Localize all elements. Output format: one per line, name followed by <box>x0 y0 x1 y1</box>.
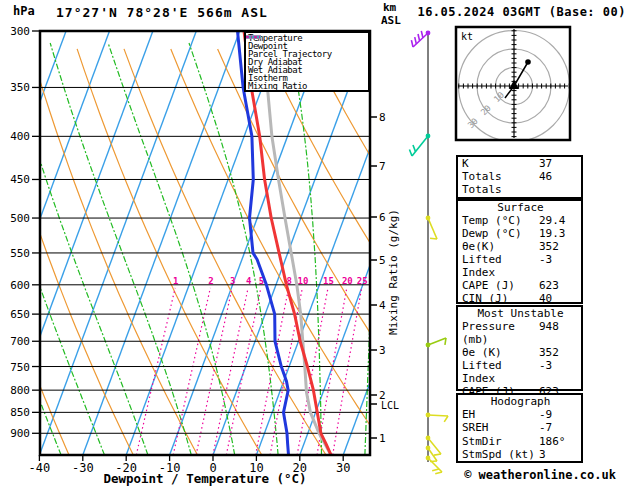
stats-section: HodographEH-9SREH-7StmDir186°StmSpd (kt)… <box>456 393 583 463</box>
stat-row: CAPE (J)623 <box>462 279 579 292</box>
stat-row: CIN (J)40 <box>462 292 579 305</box>
stat-value: 37 <box>539 157 579 170</box>
svg-text:-40: -40 <box>29 461 51 475</box>
stat-row: StmDir186° <box>462 435 579 448</box>
wind-barb <box>426 456 442 474</box>
legend-line-swatch <box>246 33 261 41</box>
stat-value: -7 <box>539 421 579 434</box>
hodograph-unit-label: kt <box>461 31 473 42</box>
svg-text:4: 4 <box>246 276 252 286</box>
stats-section-title: Surface <box>462 201 579 214</box>
mixing-ratio-lines <box>136 288 361 455</box>
hodograph-plot: 102030kt <box>456 27 570 142</box>
svg-text:500: 500 <box>10 212 30 225</box>
stat-label: StmSpd (kt) <box>462 448 539 461</box>
stat-label: CIN (J) <box>462 292 539 305</box>
svg-text:900: 900 <box>10 427 30 440</box>
stat-value: 29.4 <box>539 214 579 227</box>
wind-barb-column <box>409 31 448 474</box>
series-dewpoint <box>238 31 289 455</box>
stat-label: K <box>462 157 539 170</box>
stat-value: 19.3 <box>539 227 579 240</box>
svg-text:2: 2 <box>208 276 213 286</box>
stat-row: θe(K)352 <box>462 240 579 253</box>
wind-barb <box>409 134 430 156</box>
station-title: 17°27'N 78°28'E 566m ASL <box>56 5 268 20</box>
stats-section: K37Totals Totals46PW (cm)4.35 <box>456 155 583 199</box>
run-datetime: 16.05.2024 03GMT (Base: 00) <box>417 5 626 19</box>
svg-text:3: 3 <box>230 276 235 286</box>
svg-text:400: 400 <box>10 130 30 143</box>
hodograph-trace-dot <box>525 59 531 65</box>
stat-label: StmDir <box>462 435 539 448</box>
stat-value: 40 <box>539 292 579 305</box>
svg-text:650: 650 <box>10 308 30 321</box>
wind-barb <box>426 216 437 239</box>
altitude-axis-unit-km: km <box>383 1 396 14</box>
stat-label: EH <box>462 408 539 421</box>
svg-text:550: 550 <box>10 247 30 260</box>
legend-item: Mixing Ratio <box>248 82 368 90</box>
wet-adiabats <box>0 43 441 455</box>
pressure-tick-labels: 300350400450500550600650700750800850900 <box>10 25 40 440</box>
svg-text:800: 800 <box>10 384 30 397</box>
svg-text:15: 15 <box>323 276 334 286</box>
svg-text:450: 450 <box>10 173 30 186</box>
wind-barb <box>426 338 446 347</box>
stat-value: -9 <box>539 408 579 421</box>
svg-text:6: 6 <box>379 211 386 224</box>
stat-value: 186° <box>539 435 579 448</box>
sounding-screenshot: 1234581015202530035040045050055060065070… <box>0 0 629 486</box>
stat-label: Dewp (°C) <box>462 227 539 240</box>
lcl-label: LCL <box>381 400 399 411</box>
stat-label: Totals Totals <box>462 170 539 196</box>
stat-label: Lifted Index <box>462 253 539 279</box>
stat-value: -3 <box>539 253 579 279</box>
stat-row: SREH-7 <box>462 421 579 434</box>
stat-row: EH-9 <box>462 408 579 421</box>
stat-row: Lifted Index-3 <box>462 359 579 385</box>
svg-text:850: 850 <box>10 406 30 419</box>
x-axis-label: Dewpoint / Temperature (°C) <box>103 471 306 486</box>
svg-text:1: 1 <box>173 276 178 286</box>
stat-label: Lifted Index <box>462 359 539 385</box>
stat-row: Lifted Index-3 <box>462 253 579 279</box>
wind-barb <box>426 413 448 422</box>
stat-label: θe(K) <box>462 240 539 253</box>
stat-label: CAPE (J) <box>462 279 539 292</box>
legend-item-label: Mixing Ratio <box>248 82 307 90</box>
stat-row: Dewp (°C)19.3 <box>462 227 579 240</box>
stat-label: SREH <box>462 421 539 434</box>
stat-value: 3 <box>539 448 579 461</box>
svg-text:1: 1 <box>379 432 386 445</box>
stat-row: θe (K)352 <box>462 346 579 359</box>
stats-section: SurfaceTemp (°C)29.4Dewp (°C)19.3θe(K)35… <box>456 199 583 304</box>
altitude-axis-unit-asl: ASL <box>381 14 401 27</box>
svg-text:25: 25 <box>357 276 368 286</box>
svg-text:350: 350 <box>10 81 30 94</box>
svg-text:7: 7 <box>379 160 386 173</box>
stat-label: Temp (°C) <box>462 214 539 227</box>
svg-text:20: 20 <box>342 276 353 286</box>
stats-section: Most UnstablePressure (mb)948θe (K)352Li… <box>456 305 583 391</box>
stat-row: StmSpd (kt)3 <box>462 448 579 461</box>
stat-row: Totals Totals46 <box>462 170 579 196</box>
svg-text:700: 700 <box>10 335 30 348</box>
legend-box: TemperatureDewpointParcel TrajectoryDry … <box>244 31 370 92</box>
stats-section-title: Hodograph <box>462 395 579 408</box>
stat-label: Pressure (mb) <box>462 320 539 346</box>
svg-text:4: 4 <box>379 299 386 312</box>
mixing-ratio-axis-label: Mixing Ratio (g/kg) <box>387 209 400 335</box>
stat-value: 623 <box>539 279 579 292</box>
stat-row: Pressure (mb)948 <box>462 320 579 346</box>
svg-text:10: 10 <box>297 276 308 286</box>
stat-row: K37 <box>462 157 579 170</box>
stat-value: 948 <box>539 320 579 346</box>
svg-text:300: 300 <box>10 25 30 38</box>
svg-text:8: 8 <box>379 111 386 124</box>
stat-value: 352 <box>539 240 579 253</box>
stats-section-title: Most Unstable <box>462 307 579 320</box>
stat-row: Temp (°C)29.4 <box>462 214 579 227</box>
credit-text: © weatheronline.co.uk <box>452 468 628 482</box>
svg-text:750: 750 <box>10 361 30 374</box>
